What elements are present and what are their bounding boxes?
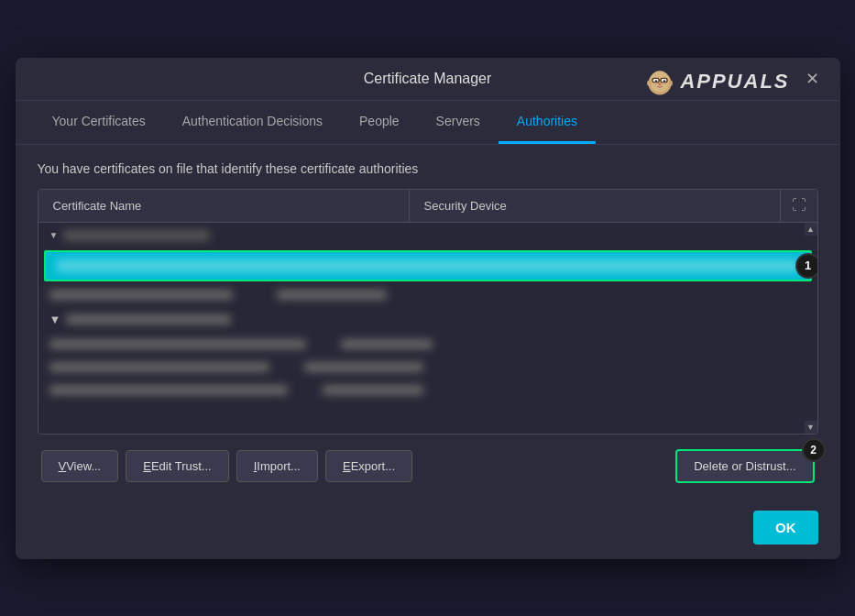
column-security-device: Security Device — [410, 190, 781, 222]
main-content: You have certificates on file that ident… — [16, 145, 840, 500]
ok-button-container: OK — [16, 500, 840, 559]
blurred-row-3 — [38, 356, 817, 379]
badge-2: 2 — [802, 438, 826, 462]
appuals-logo: APPUALS — [643, 65, 789, 98]
tab-people[interactable]: People — [341, 101, 418, 144]
blurred-row-4 — [38, 379, 817, 402]
group-2-header: ▼ — [38, 306, 817, 333]
delete-or-distrust-button[interactable]: Delete or Distrust... — [675, 449, 814, 483]
tab-your-certificates[interactable]: Your Certificates — [34, 101, 164, 144]
selected-row[interactable] — [44, 250, 812, 281]
tab-bar: Your Certificates Authentication Decisio… — [16, 101, 840, 145]
mascot-icon — [643, 65, 676, 98]
ok-button[interactable]: OK — [753, 511, 818, 544]
badge-1: 1 — [795, 253, 817, 279]
blurred-row-1 — [38, 283, 817, 306]
svg-point-6 — [659, 82, 663, 85]
edit-trust-button[interactable]: EEdit Trust... — [126, 450, 228, 482]
tab-authorities[interactable]: Authorities — [499, 101, 596, 144]
svg-point-10 — [647, 80, 652, 85]
close-button[interactable]: ✕ — [800, 66, 826, 92]
blurred-row-2 — [38, 333, 817, 356]
certificate-manager-dialog: APPUALS Certificate Manager ✕ Your Certi… — [16, 58, 840, 559]
tab-authentication-decisions[interactable]: Authentication Decisions — [164, 101, 341, 144]
scroll-down-button[interactable]: ▼ — [805, 421, 817, 434]
column-cert-name: Certificate Name — [38, 190, 410, 222]
action-buttons: VView... EEdit Trust... IImport... EExpo… — [38, 449, 818, 483]
export-button[interactable]: EExport... — [325, 450, 412, 482]
selected-row-content — [57, 259, 799, 272]
group-2-label — [66, 314, 231, 324]
chevron-down-icon: ▼ — [49, 230, 59, 240]
logo-text: APPUALS — [680, 70, 789, 94]
view-button[interactable]: VView... — [41, 450, 119, 482]
content-description: You have certificates on file that ident… — [38, 161, 818, 176]
selected-row-container[interactable]: 1 — [44, 250, 812, 281]
dialog-title: Certificate Manager — [364, 71, 492, 87]
import-button[interactable]: IImport... — [236, 450, 318, 482]
delete-button-wrapper: Delete or Distrust... 2 — [675, 449, 814, 483]
table-body[interactable]: ▲ ▼ 1 — [38, 223, 817, 434]
table-header: Certificate Name Security Device ⛶ — [38, 190, 817, 223]
certificate-table: Certificate Name Security Device ⛶ ▲ ▼ — [38, 189, 818, 434]
group-1-label — [63, 230, 210, 241]
tab-servers[interactable]: Servers — [418, 101, 499, 144]
group-1-header: ▼ — [38, 223, 817, 248]
scroll-up-button[interactable]: ▲ — [805, 223, 817, 236]
svg-point-11 — [669, 80, 674, 85]
expand-icon: ⛶ — [781, 190, 817, 222]
title-bar: APPUALS Certificate Manager ✕ — [16, 58, 840, 101]
chevron-down-icon-2: ▼ — [49, 313, 61, 326]
